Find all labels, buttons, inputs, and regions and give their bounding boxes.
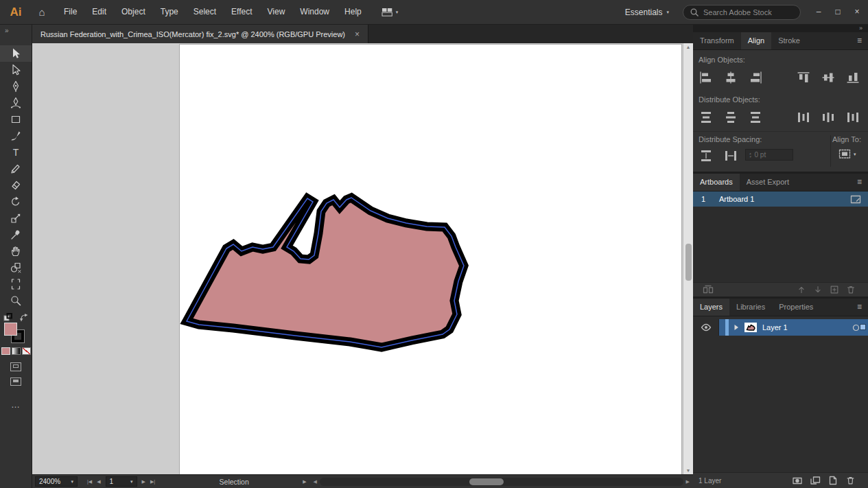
artboard-row[interactable]: 1 Artboard 1 bbox=[693, 191, 868, 207]
tab-properties[interactable]: Properties bbox=[772, 299, 820, 316]
minimize-button[interactable]: – bbox=[809, 0, 828, 24]
paintbrush-tool[interactable] bbox=[0, 128, 32, 144]
status-menu-arrow-icon[interactable]: ▶ bbox=[303, 479, 306, 485]
align-top-button[interactable] bbox=[793, 69, 814, 86]
scroll-up-icon[interactable]: ▲ bbox=[683, 45, 693, 49]
curvature-tool[interactable] bbox=[0, 95, 32, 111]
delete-layer-icon[interactable] bbox=[845, 476, 856, 485]
screen-mode-button[interactable] bbox=[10, 377, 21, 386]
align-bottom-button[interactable] bbox=[843, 69, 863, 86]
layer-thumbnail[interactable] bbox=[744, 323, 757, 332]
zoom-tool[interactable] bbox=[0, 292, 32, 309]
zoom-level-select[interactable]: 2400% ▾ bbox=[35, 476, 78, 487]
vertical-scrollbar[interactable]: ▲ ▼ bbox=[683, 43, 693, 474]
horizontal-scrollbar-thumb[interactable] bbox=[469, 478, 504, 485]
menu-window[interactable]: Window bbox=[292, 0, 337, 24]
last-artboard-button[interactable]: ▶| bbox=[150, 479, 155, 485]
distribute-spacing-value-stepper[interactable]: ▴▾ 0 pt bbox=[745, 149, 793, 161]
tab-layers[interactable]: Layers bbox=[693, 299, 729, 316]
move-down-icon[interactable] bbox=[813, 285, 823, 294]
pen-tool[interactable] bbox=[0, 78, 32, 95]
adobe-stock-search-input[interactable]: Search Adobe Stock bbox=[683, 5, 801, 20]
new-sublayer-icon[interactable] bbox=[810, 476, 821, 485]
previous-artboard-button[interactable]: ◀ bbox=[97, 479, 100, 485]
artboard-name[interactable]: Artboard 1 bbox=[719, 195, 850, 203]
rectangle-tool[interactable] bbox=[0, 111, 32, 128]
arrange-documents-button[interactable]: ▾ bbox=[377, 8, 403, 16]
menu-select[interactable]: Select bbox=[186, 0, 224, 24]
eraser-tool[interactable] bbox=[0, 177, 32, 194]
layer-row-selected[interactable]: Layer 1 bbox=[719, 319, 868, 336]
distribute-vcenter-button[interactable] bbox=[720, 109, 741, 126]
shape-builder-tool[interactable] bbox=[0, 259, 32, 276]
panel-menu-icon[interactable]: ≡ bbox=[851, 174, 868, 191]
canvas[interactable]: ▲ ▼ bbox=[32, 43, 693, 474]
menu-help[interactable]: Help bbox=[337, 0, 369, 24]
menu-view[interactable]: View bbox=[260, 0, 293, 24]
document-tab[interactable]: Russian Federation_with_Crimea_ISO(Merca… bbox=[32, 25, 368, 43]
pencil-tool[interactable] bbox=[0, 161, 32, 177]
tab-artboards[interactable]: Artboards bbox=[693, 174, 740, 191]
panel-menu-icon[interactable]: ≡ bbox=[851, 32, 868, 49]
scale-tool[interactable] bbox=[0, 210, 32, 226]
scroll-right-icon[interactable]: ▶ bbox=[686, 479, 690, 485]
swap-fill-stroke-icon[interactable] bbox=[19, 313, 29, 322]
drawing-modes-button[interactable] bbox=[10, 362, 21, 371]
layer-name[interactable]: Layer 1 bbox=[762, 323, 852, 332]
gradient-button[interactable] bbox=[12, 347, 21, 355]
map-artwork[interactable] bbox=[32, 43, 693, 474]
align-center-h-button[interactable] bbox=[720, 69, 741, 86]
first-artboard-button[interactable]: |◀ bbox=[87, 479, 92, 485]
tab-close-icon[interactable]: × bbox=[355, 30, 360, 39]
tab-align[interactable]: Align bbox=[741, 32, 771, 49]
artboard-icon[interactable] bbox=[850, 195, 861, 204]
home-icon[interactable]: ⌂ bbox=[32, 6, 52, 18]
hand-tool[interactable] bbox=[0, 243, 32, 259]
dock-expand-icon[interactable]: » bbox=[693, 25, 868, 32]
tab-stroke[interactable]: Stroke bbox=[771, 32, 807, 49]
none-button[interactable] bbox=[22, 347, 31, 355]
target-circle-icon[interactable] bbox=[852, 324, 860, 332]
tab-transform[interactable]: Transform bbox=[693, 32, 741, 49]
default-fill-stroke-icon[interactable] bbox=[3, 313, 12, 321]
selected-art-indicator[interactable] bbox=[860, 324, 866, 330]
tab-libraries[interactable]: Libraries bbox=[729, 299, 772, 316]
close-button[interactable]: × bbox=[847, 0, 867, 24]
align-center-v-button[interactable] bbox=[818, 69, 838, 86]
next-artboard-button[interactable]: ▶ bbox=[142, 479, 145, 485]
horizontal-scrollbar[interactable]: ◀ ▶ bbox=[314, 478, 690, 486]
visibility-toggle[interactable] bbox=[693, 319, 719, 336]
distribute-right-button[interactable] bbox=[843, 109, 863, 126]
distribute-top-button[interactable] bbox=[696, 109, 716, 126]
move-up-icon[interactable] bbox=[797, 285, 806, 294]
distribute-vspace-button[interactable] bbox=[696, 148, 716, 164]
distribute-bottom-button[interactable] bbox=[745, 109, 766, 126]
rotate-tool[interactable] bbox=[0, 194, 32, 210]
distribute-left-button[interactable] bbox=[793, 109, 814, 126]
rearrange-artboards-icon[interactable] bbox=[703, 285, 714, 294]
align-to-button[interactable]: ▾ bbox=[838, 149, 856, 159]
expand-chevron-icon[interactable] bbox=[734, 324, 739, 331]
scroll-left-icon[interactable]: ◀ bbox=[314, 479, 317, 485]
type-tool[interactable]: T bbox=[0, 144, 32, 161]
maximize-button[interactable]: □ bbox=[828, 0, 847, 24]
menu-file[interactable]: File bbox=[56, 0, 84, 24]
tab-asset-export[interactable]: Asset Export bbox=[740, 174, 796, 191]
align-left-button[interactable] bbox=[696, 69, 716, 86]
direct-selection-tool[interactable] bbox=[0, 62, 32, 78]
edit-toolbar-ellipsis[interactable]: … bbox=[0, 399, 32, 410]
eyedropper-tool[interactable] bbox=[0, 226, 32, 243]
distribute-hcenter-button[interactable] bbox=[818, 109, 838, 126]
status-display[interactable]: Selection bbox=[193, 478, 275, 486]
layer-row[interactable]: Layer 1 bbox=[693, 319, 868, 336]
toolbar-expand-icon[interactable]: » bbox=[0, 25, 32, 34]
make-clipping-mask-icon[interactable] bbox=[792, 476, 803, 485]
artboard-number-field[interactable]: 1 ▾ bbox=[106, 476, 137, 487]
horizontal-scrollbar-track[interactable] bbox=[320, 478, 683, 486]
workspace-switcher[interactable]: Essentials ▾ bbox=[620, 8, 675, 17]
menu-object[interactable]: Object bbox=[114, 0, 153, 24]
distribute-hspace-button[interactable] bbox=[720, 148, 741, 164]
align-right-button[interactable] bbox=[745, 69, 766, 86]
crimea-shape[interactable] bbox=[187, 198, 464, 347]
menu-edit[interactable]: Edit bbox=[84, 0, 114, 24]
